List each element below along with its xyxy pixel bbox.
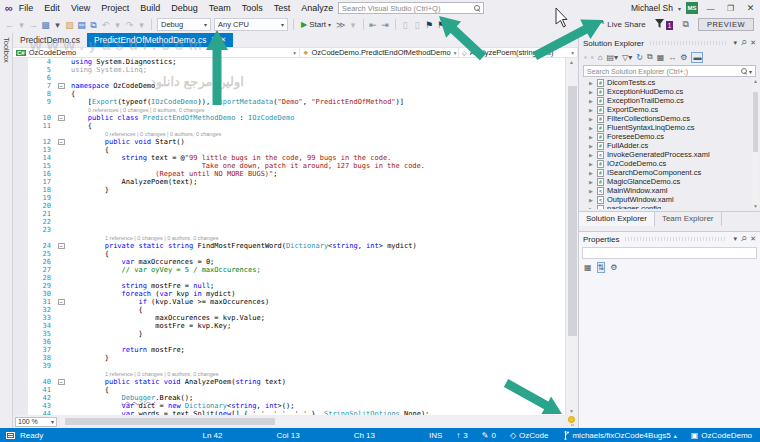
menu-debug[interactable]: Debug [171,3,198,13]
tree-item-fulladder-cs[interactable]: ▶#FullAdder.cs [581,141,760,150]
solution-platform-select[interactable]: Any CPU▾ [214,18,288,31]
undo-icon[interactable]: ↶ [101,20,110,30]
uncomment-icon[interactable]: ▯ [413,20,422,30]
menu-test[interactable]: Test [274,3,291,13]
scroll-up-icon[interactable]: ▲ [753,78,758,84]
menu-team[interactable]: Team [209,3,231,13]
tree-item-filtercollectionsdemo-cs[interactable]: ▶#FilterCollectionsDemo.cs [581,114,760,123]
fold-toggle-icon[interactable]: − [58,379,65,386]
code-line[interactable]: 10− public class PredictEndOfMethodDemo … [13,114,565,122]
tree-item-packages-config[interactable]: ▶·packages.config [581,204,760,209]
menu-project[interactable]: Project [101,3,129,13]
prev-bookmark-icon[interactable]: ⚑ [449,20,458,30]
breadcrumb-type-dropdown[interactable]: ❖ OzCodeDemo.PredictEndOfMethodDemo ▾ [300,48,458,57]
tree-item-isearchdemocomponent-cs[interactable]: ▶#ISearchDemoComponent.cs [581,168,760,177]
tree-item-iozcodedemo-cs[interactable]: ▶#IOzCodeDemo.cs [581,159,760,168]
save-all-icon[interactable]: ⧉ [89,20,98,30]
code-line[interactable]: 9 [Export(typeof(IOzCodeDemo)), ExportMe… [13,98,565,106]
editor-vertical-scrollbar[interactable]: ▲ ▼ [565,58,578,415]
menu-view[interactable]: View [71,3,90,13]
code-line[interactable]: 20 [13,202,565,210]
se-forward-icon[interactable]: ◦ [591,53,594,62]
scroll-up-icon[interactable]: ▲ [569,59,574,65]
panel-close-icon[interactable]: ✕ [750,39,756,47]
code-line[interactable]: 21 [13,210,565,218]
window-position-caret-icon[interactable]: ▾ [733,39,737,47]
attach-process-icon[interactable]: ≫ [336,20,345,30]
nav-back-icon[interactable]: ← [5,20,14,30]
code-line[interactable]: 12− public void Start() [13,138,565,146]
code-line[interactable]: 38 } [13,354,565,362]
code-line[interactable]: 37 return mostFre; [13,346,565,354]
panel-tab-team-explorer[interactable]: Team Explorer [655,212,722,226]
live-share-button[interactable]: Live Share [594,20,645,29]
properties-header[interactable]: Properties ▾ ⚲ ✕ [579,232,760,246]
code-line[interactable]: 6 [13,74,565,82]
tree-item-mainwindow-xaml[interactable]: ▶<MainWindow.xaml [581,186,760,195]
codelens-text[interactable]: 0 references | 0 changes | 0 authors, 0 … [105,130,221,138]
solution-configuration-select[interactable]: Debug▾ [157,18,211,31]
expander-icon[interactable]: ▶ [589,197,594,203]
expander-icon[interactable]: ▶ [589,170,594,176]
se-refresh-icon[interactable]: ↻ [636,53,643,62]
code-line[interactable]: 30 foreach (var kvp in mydict) [13,290,565,298]
code-line[interactable]: 32 { [13,306,565,314]
expander-icon[interactable]: ▶ [589,89,594,95]
menu-analyze[interactable]: Analyze [301,3,333,13]
tree-item-exceptionhuddemo-cs[interactable]: ▶#ExceptionHudDemo.cs [581,87,760,96]
expander-icon[interactable]: ▶ [589,152,594,158]
codelens-text[interactable]: 1 reference | 0 changes | 0 authors, 0 c… [105,370,219,378]
editor-horizontal-scrollbar[interactable] [61,417,563,426]
tree-item-invokegeneratedprocess-xaml[interactable]: ▶<InvokeGeneratedProcess.xaml [581,150,760,159]
expander-icon[interactable]: ▶ [589,125,594,131]
close-button[interactable]: ✕ [743,1,758,15]
expander-icon[interactable]: ▶ [589,134,594,140]
search-icon[interactable] [474,5,480,11]
tree-item-exportdemo-cs[interactable]: ▶#ExportDemo.cs [581,105,760,114]
se-properties-icon[interactable]: ⚙ [680,53,687,62]
open-folder-icon[interactable]: ▨ [65,20,74,30]
code-line[interactable]: 29 string mostFre = null; [13,282,565,290]
code-line[interactable]: 26 var maxOccurences = 0; [13,258,565,266]
expander-icon[interactable]: ▶ [589,188,594,194]
tree-item-foreseedemo-cs[interactable]: ▶#ForeseeDemo.cs [581,132,760,141]
fold-toggle-icon[interactable]: − [58,83,65,90]
redo-caret[interactable]: ▾ [137,20,146,30]
tree-item-outputwindow-xaml[interactable]: ▶<OutputWindow.xaml [581,195,760,204]
breadcrumb-member-dropdown[interactable]: ◇ AnalyzePoem(string text) ▾ [459,48,577,57]
attach-caret[interactable]: ▾ [349,20,358,30]
code-line[interactable]: 7−namespace OzCodeDemo [13,82,565,90]
minimize-button[interactable]: — [703,1,718,15]
nav-back-caret[interactable]: ▾ [17,20,26,30]
save-icon[interactable]: ▤ [77,20,86,30]
notifications-filter-button[interactable]: 1 [655,19,674,30]
expander-icon[interactable]: ▶ [589,179,594,185]
git-branch-button[interactable]: michaels/fixOzCode4Bugs5 ▴ [562,431,676,440]
redo-icon[interactable]: ↷ [125,20,134,30]
commits-ahead-indicator[interactable]: ↑ 3 [456,431,467,440]
pending-edits-indicator[interactable]: ✎ 0 [482,431,496,440]
search-input[interactable]: Search Visual Studio (Ctrl+Q) [338,2,484,14]
code-line[interactable]: 41 { [13,386,565,394]
codelens-row[interactable]: 1 reference | 0 changes | 0 authors, 0 c… [13,370,565,378]
bookmark-icon[interactable]: ⚑ [425,20,434,30]
expander-icon[interactable]: ▶ [589,98,594,104]
code-line[interactable]: 24− private static string FindMostFreque… [13,242,565,250]
tree-item-dicomtests-cs[interactable]: ▶#DicomTests.cs [581,78,760,87]
panel-tab-solution-explorer[interactable]: Solution Explorer [579,212,655,226]
editor-zoom-select[interactable]: 100 % ▾ [15,417,57,427]
panel-close-icon[interactable]: ✕ [750,235,756,243]
code-line[interactable]: 33 maxOccurences = kvp.Value; [13,314,565,322]
expander-icon[interactable]: ▶ [589,161,594,167]
menu-tools[interactable]: Tools [242,3,263,13]
comment-icon[interactable]: ▯ [401,20,410,30]
code-line[interactable]: 19 [13,194,565,202]
codelens-text[interactable]: 1 reference | 0 changes | 0 authors, 0 c… [105,234,219,242]
fold-toggle-icon[interactable]: − [58,115,65,122]
se-home-icon[interactable]: ⌂ [598,53,603,62]
se-back-icon[interactable]: ◦ [584,53,587,62]
expander-icon[interactable]: ▶ [589,107,594,113]
navigate-back-code-icon[interactable]: ⇤ [369,20,378,30]
code-line[interactable]: 17 AnalyzePoem(text); [13,178,565,186]
nav-forward-icon[interactable]: → [29,20,38,30]
